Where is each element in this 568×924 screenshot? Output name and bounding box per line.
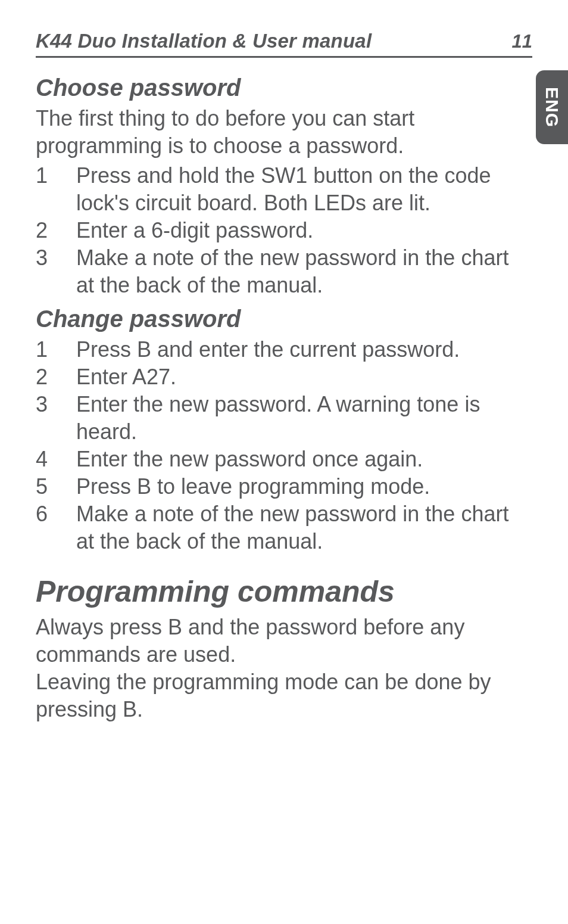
list-item: 1Press B and enter the current password. <box>36 336 532 363</box>
intro-choose-password: The first thing to do before you can sta… <box>36 105 532 160</box>
language-tab-label: ENG <box>542 87 562 127</box>
list-text: Enter the new password. A warning tone i… <box>76 391 532 446</box>
list-text: Press and hold the SW1 button on the cod… <box>76 162 532 217</box>
list-number: 1 <box>36 162 76 217</box>
list-number: 3 <box>36 391 76 446</box>
paragraph-prog-2: Leaving the programming mode can be done… <box>36 668 532 723</box>
page-header: K44 Duo Installation & User manual 11 <box>36 30 532 58</box>
heading-change-password: Change password <box>36 306 532 332</box>
heading-programming-commands: Programming commands <box>36 574 532 609</box>
list-text: Press B and enter the current password. <box>76 336 532 363</box>
list-text: Make a note of the new password in the c… <box>76 500 532 555</box>
list-item: 3Make a note of the new password in the … <box>36 244 532 299</box>
list-text: Press B to leave programming mode. <box>76 473 532 500</box>
list-item: 4Enter the new password once again. <box>36 446 532 473</box>
paragraph-prog-1: Always press B and the password before a… <box>36 614 532 668</box>
list-item: 2Enter A27. <box>36 363 532 391</box>
list-text: Enter a 6-digit password. <box>76 217 532 244</box>
list-item: 2Enter a 6-digit password. <box>36 217 532 244</box>
page-number: 11 <box>512 31 532 52</box>
heading-choose-password: Choose password <box>36 74 532 101</box>
list-item: 5Press B to leave programming mode. <box>36 473 532 500</box>
list-change-password: 1Press B and enter the current password.… <box>36 336 532 556</box>
list-number: 1 <box>36 336 76 363</box>
list-number: 2 <box>36 217 76 244</box>
list-text: Enter the new password once again. <box>76 446 532 473</box>
list-text: Enter A27. <box>76 363 532 391</box>
page-content: K44 Duo Installation & User manual 11 Ch… <box>0 0 568 723</box>
list-number: 2 <box>36 363 76 391</box>
language-tab: ENG <box>536 70 568 144</box>
list-choose-password: 1Press and hold the SW1 button on the co… <box>36 162 532 299</box>
list-text: Make a note of the new password in the c… <box>76 244 532 299</box>
list-number: 6 <box>36 500 76 555</box>
list-item: 3Enter the new password. A warning tone … <box>36 391 532 446</box>
list-number: 3 <box>36 244 76 299</box>
list-item: 1Press and hold the SW1 button on the co… <box>36 162 532 217</box>
header-title: K44 Duo Installation & User manual <box>36 30 372 52</box>
list-number: 5 <box>36 473 76 500</box>
list-item: 6Make a note of the new password in the … <box>36 500 532 555</box>
list-number: 4 <box>36 446 76 473</box>
